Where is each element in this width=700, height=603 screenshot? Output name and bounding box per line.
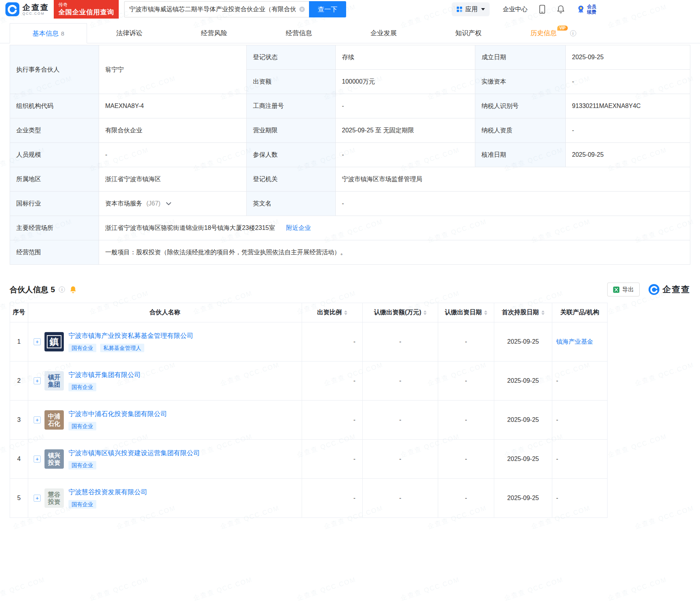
partner-sub-date: - xyxy=(438,322,494,361)
value-address: 浙江省宁波市镇海区骆驼街道锦业街18号镇海大厦23楼2315室 附近企业 xyxy=(99,216,690,240)
tab-basic-info[interactable]: 基本信息 8 xyxy=(10,23,87,43)
label-region: 所属地区 xyxy=(10,167,99,192)
col-label: 首次持股日期 xyxy=(502,309,539,315)
expand-button[interactable]: + xyxy=(34,377,41,384)
search-button[interactable]: 查一下 xyxy=(309,1,346,17)
col-first-date-sortable[interactable]: 首次持股日期 xyxy=(494,303,552,322)
qcc-brand-mark[interactable]: 企查查 xyxy=(648,284,690,295)
notification-bell-icon[interactable] xyxy=(557,5,565,14)
partner-index: 1 xyxy=(10,322,28,361)
value-paid-capital: - xyxy=(566,70,690,94)
partner-name-link[interactable]: 宁波慧谷投资发展有限公司 xyxy=(68,488,147,497)
partner-logo: 镇开集团 xyxy=(44,371,64,391)
industry-expand-chevron-icon[interactable] xyxy=(166,202,171,206)
partner-name-cell: + 慧谷投资 宁波慧谷投资发展有限公司 国有企业 xyxy=(28,479,302,518)
partner-tag: 国有企业 xyxy=(68,344,96,352)
nearby-companies-link[interactable]: 附近企业 xyxy=(286,224,311,231)
partner-tags: 国有企业 xyxy=(68,461,200,469)
partner-tag: 国有企业 xyxy=(68,383,96,391)
tab-label: 知识产权 xyxy=(455,29,481,38)
apps-dropdown[interactable]: 应用 xyxy=(452,2,490,16)
partner-first-date: 2025-09-25 xyxy=(494,440,552,479)
expand-button[interactable]: + xyxy=(34,338,41,345)
tab-enterprise-development[interactable]: 企业发展 xyxy=(341,23,426,43)
tab-history-info[interactable]: 历史信息 VIP i xyxy=(511,23,596,43)
partner-index: 5 xyxy=(10,479,28,518)
qcc-brand-text: 企查查 xyxy=(662,284,690,295)
value-org-code: MAEXNA8Y-4 xyxy=(99,94,247,118)
tab-operating-risk[interactable]: 经营风险 xyxy=(172,23,256,43)
partner-ratio: - xyxy=(302,361,363,401)
partner-tags: 国有企业 xyxy=(68,383,141,391)
partner-name-link[interactable]: 宁波市中浦石化投资集团有限公司 xyxy=(68,409,167,418)
partners-table-header-row: 序号 合伙人名称 出资比例 认缴出资额(万元) 认缴出资日期 首次持股日期 关联… xyxy=(10,303,608,322)
value-english-name: - xyxy=(336,192,690,216)
tab-intellectual-property[interactable]: 知识产权 xyxy=(426,23,511,43)
search-input-box xyxy=(124,1,309,17)
partners-alert-bell-icon[interactable] xyxy=(70,286,77,293)
export-button[interactable]: 导出 xyxy=(607,283,640,296)
logo-subtitle: QCC.COM xyxy=(22,12,49,15)
qcc-brand-icon xyxy=(648,284,660,295)
value-staff-size: - xyxy=(99,143,247,167)
partner-name-link[interactable]: 宁波市镇海区镇兴投资建设运营集团有限公司 xyxy=(68,449,200,457)
mobile-phone-icon[interactable] xyxy=(539,5,545,14)
search-input[interactable] xyxy=(129,6,296,13)
table-row: 2 + 镇开集团 宁波市镇开集团有限公司 国有企业 - - - 2025-09-… xyxy=(10,361,608,401)
partner-sub-date: - xyxy=(438,479,494,518)
partner-name-link[interactable]: 宁波市镇开集团有限公司 xyxy=(68,370,141,379)
expand-button[interactable]: + xyxy=(34,495,41,502)
label-scope: 经营范围 xyxy=(10,240,99,265)
expand-button[interactable]: + xyxy=(34,416,41,423)
label-english-name: 英文名 xyxy=(247,192,336,216)
col-related: 关联产品/机构 xyxy=(552,303,608,322)
clear-search-icon[interactable] xyxy=(299,6,305,12)
partner-tag: 国有企业 xyxy=(68,500,96,509)
excel-icon xyxy=(613,286,620,293)
partner-index: 2 xyxy=(10,361,28,401)
partners-title: 合伙人信息 xyxy=(10,284,48,295)
value-region: 浙江省宁波市镇海区 xyxy=(99,167,247,192)
info-icon[interactable]: i xyxy=(570,30,576,36)
topbar: 企查查 QCC.COM 传奇 全国企业信用查询 查一下 应用 企业中心 xyxy=(0,0,700,19)
partner-amount: - xyxy=(363,440,438,479)
partners-section-header: 合伙人信息 5 i 导出 企查查 xyxy=(10,283,690,296)
col-ratio-sortable[interactable]: 出资比例 xyxy=(302,303,363,322)
related-value[interactable]: 镇海产业基金 xyxy=(556,338,593,345)
partner-tag: 私募基金管理人 xyxy=(100,344,144,352)
label-taxpayer-quality: 纳税人资质 xyxy=(475,118,566,143)
label-biz-term: 营业期限 xyxy=(247,118,336,143)
label-address: 主要经营场所 xyxy=(10,216,99,240)
partner-name-cell: + 鎮 宁波市镇海产业投资私募基金管理有限公司 国有企业私募基金管理人 xyxy=(28,322,302,361)
value-establish-date: 2025-09-25 xyxy=(566,45,690,70)
qcc-logo[interactable]: 企查查 QCC.COM xyxy=(5,2,49,16)
tab-bar: 基本信息 8 法律诉讼 经营风险 经营信息 企业发展 知识产权 历史信息 VIP… xyxy=(0,23,700,43)
member-text: 会员 续费 xyxy=(587,4,596,15)
value-company-type: 有限合伙企业 xyxy=(99,118,247,143)
col-sub-date-sortable[interactable]: 认缴出资日期 xyxy=(438,303,494,322)
col-label: 认缴出资日期 xyxy=(445,309,482,315)
partners-count: 5 xyxy=(51,285,55,294)
tab-count: 8 xyxy=(61,30,64,37)
table-row: 1 + 鎮 宁波市镇海产业投资私募基金管理有限公司 国有企业私募基金管理人 - … xyxy=(10,322,608,361)
tab-legal-proceedings[interactable]: 法律诉讼 xyxy=(87,23,172,43)
value-reg-status: 存续 xyxy=(336,45,475,70)
label-taxpayer-id: 纳税人识别号 xyxy=(475,94,566,118)
member-renew-button[interactable]: 会员 续费 xyxy=(577,4,596,15)
tab-label: 企业发展 xyxy=(370,29,397,38)
partner-sub-date: - xyxy=(438,401,494,440)
partner-first-date: 2025-09-25 xyxy=(494,361,552,401)
partner-name-cell: + 镇开集团 宁波市镇开集团有限公司 国有企业 xyxy=(28,361,302,401)
tab-label: 法律诉讼 xyxy=(116,29,143,38)
table-row: 3 + 中浦石化 宁波市中浦石化投资集团有限公司 国有企业 - - - 2025… xyxy=(10,401,608,440)
expand-button[interactable]: + xyxy=(34,456,41,463)
partner-tag: 国有企业 xyxy=(68,422,96,430)
enterprise-center-link[interactable]: 企业中心 xyxy=(503,5,528,14)
partner-related: - xyxy=(552,401,608,440)
col-amount-sortable[interactable]: 认缴出资额(万元) xyxy=(363,303,438,322)
tab-operating-info[interactable]: 经营信息 xyxy=(256,23,341,43)
partner-ratio: - xyxy=(302,479,363,518)
partners-info-icon[interactable]: i xyxy=(59,286,65,293)
partner-name-link[interactable]: 宁波市镇海产业投资私募基金管理有限公司 xyxy=(68,331,193,340)
label-company-type: 企业类型 xyxy=(10,118,99,143)
